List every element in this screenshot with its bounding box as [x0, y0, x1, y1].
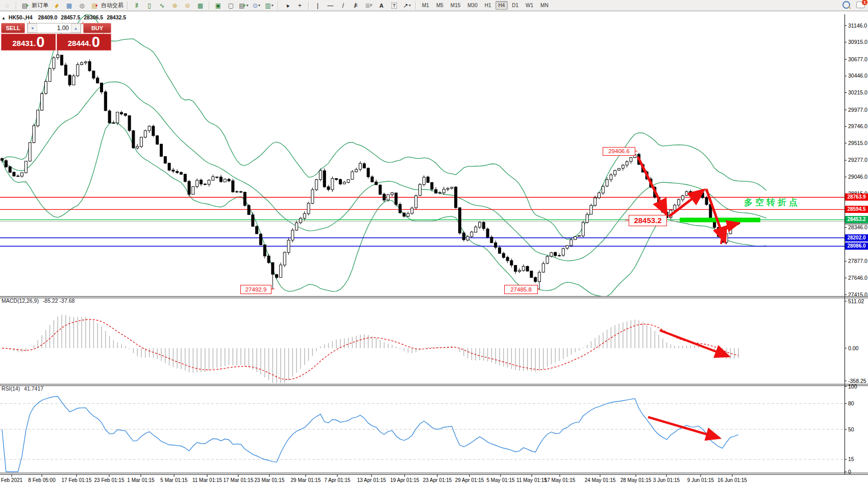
support-zone-bar[interactable] — [680, 217, 760, 222]
x-axis-label[interactable]: 13 Apr 01:15 — [357, 477, 386, 483]
x-axis-label[interactable]: 29 Mar 01:15 — [291, 477, 321, 483]
signals-icon[interactable]: ◍ — [76, 1, 88, 11]
timeframe-m1[interactable]: M1 — [419, 1, 432, 10]
chart-title: ▲ HK50-,H4 28409.0 28457.5 28306.5 28432… — [2, 14, 126, 20]
x-axis-label[interactable]: 5 May 01:15 — [486, 477, 514, 483]
y-axis-tick: 29746.0 — [848, 123, 867, 129]
arrange-icon[interactable]: ▢ — [225, 1, 237, 11]
timeframe-m5[interactable]: M5 — [433, 1, 447, 10]
periods-icon[interactable]: ⊙▾ — [251, 1, 262, 11]
buy-button[interactable]: BUY — [83, 23, 111, 33]
march-low-label[interactable]: 27492.9 — [240, 285, 271, 294]
x-axis-label[interactable]: 5 Mar 01:15 — [160, 477, 188, 483]
x-axis-label[interactable]: 23 Mar 01:15 — [255, 477, 285, 483]
x-axis-label[interactable]: 24 May 01:15 — [585, 477, 616, 483]
text-label-icon[interactable]: T — [388, 1, 400, 11]
timeframe-w1[interactable]: W1 — [523, 1, 536, 10]
brush-icon[interactable]: ▰ — [51, 1, 62, 11]
peak-price-label[interactable]: 29406.6 — [603, 147, 635, 156]
arrows-icon[interactable]: ↗▾ — [401, 1, 413, 11]
timeframe-mn[interactable]: MN — [537, 1, 552, 10]
search-icon[interactable]: ◌ — [2, 1, 13, 11]
timeframe-h1[interactable]: H1 — [482, 1, 494, 10]
volume-decrease-button[interactable]: ▼ — [28, 23, 37, 33]
x-axis-label[interactable]: 29 Apr 01:15 — [455, 477, 484, 483]
x-axis-label[interactable]: 7 Apr 01:15 — [324, 477, 351, 483]
x-axis-label[interactable]: 17 May 01:15 — [544, 477, 576, 483]
x-axis-label[interactable]: 9 Jun 01:15 — [687, 477, 714, 483]
profiles-icon[interactable]: ▦ — [63, 1, 75, 11]
macd-axis-tick: 0.00 — [848, 345, 859, 351]
x-axis-label[interactable]: 19 Apr 01:15 — [390, 477, 419, 483]
timeframe-m30[interactable]: M30 — [464, 1, 480, 10]
cascade-icon[interactable]: ▣ — [212, 1, 224, 11]
chat-icon[interactable]: 1 — [856, 2, 865, 8]
toolbar-separator — [209, 2, 210, 10]
bid-price[interactable]: 28431 . 0 — [1, 34, 57, 51]
turning-point-note[interactable]: 多空转折点 — [744, 197, 800, 208]
y-axis-tick: 30446.0 — [848, 72, 867, 79]
x-axis-label[interactable]: Feb 2021 — [1, 477, 23, 483]
autotrading-icon[interactable]: ▤● — [89, 1, 101, 11]
rsi-value: 41.7417 — [24, 385, 43, 392]
crosshair-icon[interactable]: + — [294, 1, 306, 11]
x-axis-label[interactable]: 23 Apr 01:15 — [423, 477, 452, 483]
timeframe-d1[interactable]: D1 — [509, 1, 522, 10]
price-badge-28086.0: 28086.0 — [845, 243, 868, 250]
x-axis-label[interactable]: 28 May 01:15 — [621, 477, 652, 483]
new-order-icon[interactable]: ▤+ — [19, 1, 31, 11]
bid-point: . — [34, 37, 36, 50]
x-axis-label[interactable]: 23 Feb 01:15 — [94, 477, 125, 483]
ohlc-high: 28457.5 — [61, 14, 80, 20]
x-axis-label[interactable]: 1 Mar 01:15 — [127, 477, 155, 483]
zoom-out-icon[interactable]: ⊖ — [182, 1, 193, 11]
vertical-line-icon[interactable]: | — [312, 1, 324, 11]
rsi-axis-tick: 50 — [848, 426, 854, 432]
search-icon[interactable] — [842, 1, 850, 9]
volume-increase-button[interactable]: ▲ — [71, 23, 81, 33]
volume-input[interactable]: 1.00 — [37, 23, 71, 33]
text-icon[interactable]: A — [376, 1, 387, 11]
macd-name: MACD(12,26,9) — [2, 298, 39, 304]
indicators-icon[interactable]: ▤+▾ — [238, 1, 250, 11]
ask-point: . — [89, 37, 91, 50]
x-axis-label[interactable]: 16 Jun 01:15 — [717, 477, 747, 483]
candlestick-chart-icon[interactable]: ▯ — [143, 1, 155, 11]
trendline-icon[interactable]: / — [337, 1, 349, 11]
zoom-in-icon[interactable]: ⊕ — [169, 1, 181, 11]
volume-stepper: ▼ 1.00 ▲ — [27, 23, 81, 33]
templates-icon[interactable]: ▥▾ — [263, 1, 275, 11]
horizontal-line-icon[interactable]: — — [325, 1, 336, 11]
tile-windows-icon[interactable]: ▦ — [194, 1, 206, 11]
x-axis-label[interactable]: 17 Feb 01:15 — [62, 477, 92, 483]
ohlc-low: 28306.5 — [84, 14, 103, 20]
fibonacci-icon[interactable]: ≣F — [363, 1, 375, 11]
chart-canvas[interactable]: 31146.030915.030677.030446.030215.029977… — [0, 0, 868, 484]
y-axis-tick: 27877.0 — [848, 258, 867, 264]
may-low-label[interactable]: 27485.8 — [504, 285, 538, 294]
sell-button[interactable]: SELL — [1, 23, 25, 33]
collapse-icon[interactable]: ▲ — [2, 16, 6, 20]
rsi-label: RSI(14) 41.7417 — [2, 385, 43, 392]
toolbar-separator — [415, 2, 416, 10]
y-axis-tick: 29277.0 — [848, 157, 867, 163]
autotrading-label[interactable]: 自动交易 — [101, 2, 123, 9]
ask-price[interactable]: 28444 . 0 — [57, 34, 112, 51]
x-axis-label[interactable]: 11 Mar 01:15 — [192, 477, 222, 483]
ohlc-open: 28409.0 — [38, 14, 57, 20]
cursor-icon[interactable]: ▲ — [281, 1, 293, 11]
x-axis-label[interactable]: 8 Feb 05:00 — [28, 477, 56, 483]
rsi-name: RSI(14) — [2, 385, 20, 392]
y-axis-tick: 30215.0 — [848, 89, 867, 95]
timeframe-m15[interactable]: M15 — [448, 1, 463, 10]
new-order-label[interactable]: 新订单 — [32, 2, 48, 9]
line-chart-icon[interactable]: ∿ — [156, 1, 168, 11]
x-axis-label[interactable]: 3 Jun 01:15 — [653, 477, 680, 483]
x-axis-label[interactable]: 17 Mar 01:15 — [224, 477, 254, 483]
timeframe-h4[interactable]: H4 — [495, 1, 508, 10]
bar-chart-icon[interactable]: |‖ — [131, 1, 142, 11]
channel-icon[interactable]: //E — [350, 1, 362, 11]
x-axis-label[interactable]: 11 May 01:15 — [516, 477, 547, 483]
rsi-axis-tick: 15 — [848, 456, 854, 462]
support-price-label[interactable]: 28453.2 — [629, 215, 667, 226]
